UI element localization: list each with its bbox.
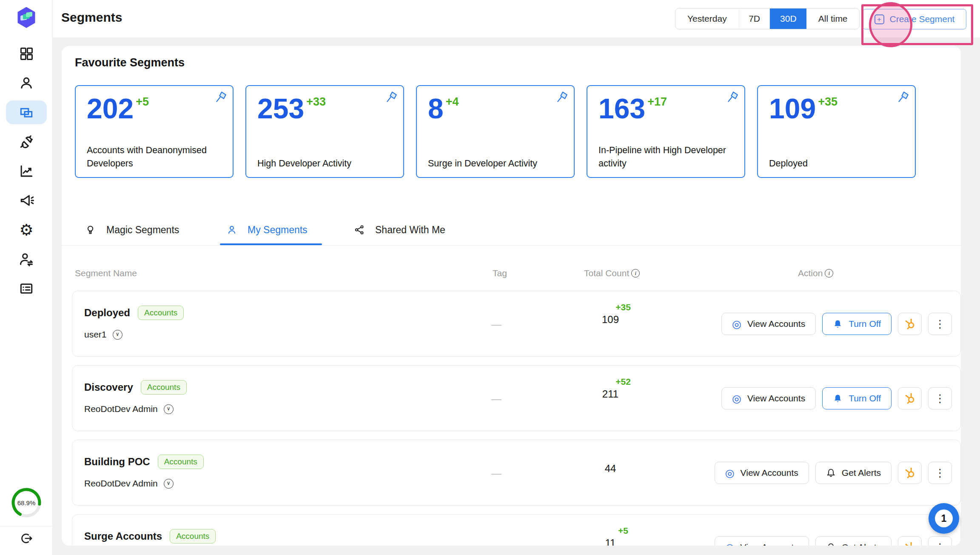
sidebar-item-accounts[interactable]: [6, 71, 47, 95]
count-value: 211: [581, 388, 640, 400]
person-icon: [226, 224, 237, 235]
segment-name[interactable]: Building POC: [84, 456, 150, 468]
favourite-card[interactable]: 163+17 In-Pipeline with High Developer a…: [587, 85, 745, 178]
tab-shared-with-me[interactable]: Shared With Me: [354, 216, 445, 243]
kebab-icon: ⋮: [934, 318, 946, 329]
sidebar-item-announcements[interactable]: [6, 189, 47, 212]
card-delta: +5: [136, 95, 149, 109]
row-menu-button[interactable]: ⋮: [928, 536, 952, 546]
info-icon[interactable]: i: [631, 269, 640, 278]
pin-icon[interactable]: [896, 90, 910, 104]
view-accounts-button[interactable]: ◎ View Accounts: [721, 313, 816, 335]
sidebar-nav: ⚙: [6, 42, 47, 300]
view-accounts-button[interactable]: ◎ View Accounts: [715, 536, 809, 546]
sidebar-item-analytics[interactable]: [6, 159, 47, 183]
pin-icon[interactable]: [385, 90, 398, 104]
filter-all-time[interactable]: All time: [806, 9, 859, 29]
chevron-down-icon[interactable]: ∨: [164, 479, 174, 489]
card-delta: +33: [306, 95, 326, 109]
info-icon[interactable]: i: [825, 269, 833, 278]
view-accounts-button[interactable]: ◎ View Accounts: [721, 387, 816, 409]
card-value: 8: [428, 95, 444, 122]
plug-icon: [18, 134, 34, 150]
megaphone-icon: [18, 192, 34, 209]
time-filter-group: Yesterday 7D 30D All time: [675, 8, 860, 29]
turn-off-button[interactable]: Turn Off: [822, 387, 892, 409]
create-segment-button[interactable]: + Create Segment: [863, 9, 966, 29]
card-value: 253: [257, 95, 304, 122]
turn-off-button[interactable]: Turn Off: [822, 313, 892, 335]
eye-icon: ◎: [725, 468, 735, 478]
sidebar-item-segments[interactable]: [6, 100, 47, 124]
segment-name[interactable]: Surge Accounts: [84, 530, 162, 542]
row-menu-button[interactable]: ⋮: [928, 313, 952, 335]
hubspot-button[interactable]: [898, 462, 922, 484]
accounts-badge: Accounts: [158, 455, 204, 469]
column-total-count: Total Count i: [584, 268, 640, 278]
main-panel: Favourite Segments 202+5 Accounts with D…: [62, 46, 961, 546]
favourite-cards: 202+5 Accounts with Deanonymised Develop…: [75, 85, 916, 178]
sidebar-item-user-sync[interactable]: [6, 247, 47, 271]
view-accounts-label: View Accounts: [747, 393, 805, 403]
card-delta: +17: [647, 95, 667, 109]
total-count: +35 109: [581, 302, 640, 326]
filter-yesterday[interactable]: Yesterday: [675, 9, 739, 29]
hubspot-button[interactable]: [898, 387, 922, 409]
hubspot-icon: [903, 466, 916, 479]
notification-fab[interactable]: 1: [929, 503, 959, 534]
tabs-divider: [62, 245, 961, 246]
logout-icon[interactable]: [19, 531, 34, 546]
segment-name[interactable]: Deployed: [84, 307, 130, 319]
card-label: Accounts with Deanonymised Developers: [87, 144, 226, 170]
sidebar-item-dashboard[interactable]: [6, 42, 47, 66]
favourite-card[interactable]: 202+5 Accounts with Deanonymised Develop…: [75, 85, 234, 178]
segment-owner: user1: [84, 329, 107, 340]
get-alerts-button[interactable]: Get Alerts: [815, 462, 892, 484]
hubspot-button[interactable]: [898, 313, 922, 335]
favourite-card[interactable]: 8+4 Surge in Developer Activity: [416, 85, 575, 178]
hubspot-icon: [903, 541, 916, 546]
chevron-down-icon[interactable]: ∨: [113, 330, 122, 340]
get-alerts-label: Get Alerts: [842, 468, 881, 478]
view-accounts-label: View Accounts: [741, 468, 798, 478]
view-accounts-label: View Accounts: [747, 319, 805, 329]
favourite-card[interactable]: 253+33 High Developer Activity: [245, 85, 404, 178]
favourite-card[interactable]: 109+35 Deployed: [757, 85, 916, 178]
sidebar-item-integrations[interactable]: [6, 130, 47, 154]
table-row: Surge Accounts Accounts +5 11 ◎ View Acc…: [72, 514, 961, 546]
hubspot-icon: [903, 392, 916, 405]
view-accounts-button[interactable]: ◎ View Accounts: [715, 462, 809, 484]
plus-square-icon: +: [875, 14, 884, 24]
tab-my-segments[interactable]: My Segments: [226, 216, 308, 243]
tag-value: —: [491, 318, 501, 330]
pin-icon[interactable]: [214, 90, 228, 104]
app-logo[interactable]: [16, 7, 37, 28]
person-sync-icon: [18, 251, 34, 267]
column-total-count-label: Total Count: [584, 268, 629, 278]
card-label: In-Pipeline with High Developer activity: [598, 144, 738, 170]
list-icon: [18, 280, 34, 297]
segment-name[interactable]: Discovery: [84, 381, 133, 393]
filter-30d[interactable]: 30D: [770, 9, 806, 29]
tab-magic-segments[interactable]: Magic Segments: [85, 216, 179, 243]
notification-count-badge: 1: [935, 509, 953, 527]
pin-icon[interactable]: [555, 90, 569, 104]
person-icon: [18, 75, 34, 91]
page-title: Segments: [61, 10, 122, 25]
row-menu-button[interactable]: ⋮: [928, 462, 952, 484]
chevron-down-icon[interactable]: ∨: [164, 404, 174, 414]
count-value: 109: [581, 314, 640, 326]
count-value: 11: [581, 537, 640, 546]
get-alerts-button[interactable]: Get Alerts: [815, 536, 892, 546]
sidebar-item-settings[interactable]: ⚙: [6, 218, 47, 242]
kebab-icon: ⋮: [934, 542, 946, 546]
pin-icon[interactable]: [726, 90, 739, 104]
sidebar-item-forms[interactable]: [6, 277, 47, 300]
kebab-icon: ⋮: [934, 393, 946, 404]
usage-progress-ring: 68.9%: [9, 486, 43, 520]
dashboard-grid-icon: [18, 46, 34, 62]
filter-7d[interactable]: 7D: [739, 9, 770, 29]
row-menu-button[interactable]: ⋮: [928, 387, 952, 409]
count-value: 44: [581, 463, 640, 475]
hubspot-button[interactable]: [898, 536, 922, 546]
